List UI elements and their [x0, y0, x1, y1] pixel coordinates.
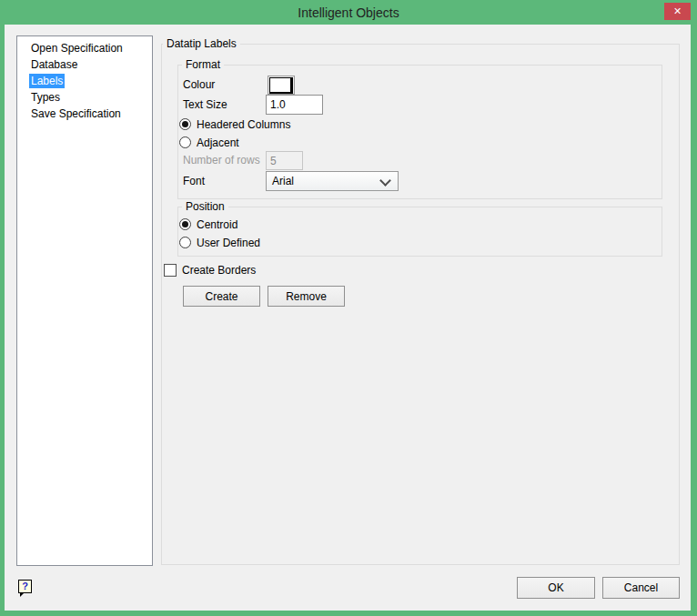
headered-columns-radio[interactable] — [179, 118, 191, 130]
close-button[interactable]: ✕ — [664, 3, 691, 20]
sidebar-item-label: Database — [29, 57, 79, 72]
number-of-rows-label: Number of rows — [183, 154, 260, 167]
user-defined-radio[interactable] — [179, 237, 191, 248]
titlebar[interactable]: Intelligent Objects — [0, 0, 697, 25]
colour-picker-button[interactable] — [268, 76, 295, 95]
datatip-labels-group-title: Datatip Labels — [163, 37, 240, 51]
text-size-label: Text Size — [183, 98, 227, 112]
font-dropdown-value: Arial — [272, 175, 294, 187]
sidebar-item-save-specification[interactable]: Save Specification — [17, 106, 152, 122]
sidebar-item-label: Types — [29, 90, 62, 105]
sidebar-item-label: Labels — [29, 74, 65, 88]
colour-label: Colour — [183, 78, 215, 92]
chevron-down-icon — [379, 175, 391, 187]
headered-columns-label: Headered Columns — [197, 118, 290, 132]
help-icon[interactable]: ? — [18, 580, 32, 593]
sidebar-item-label: Save Specification — [29, 106, 123, 121]
centroid-radio[interactable] — [179, 218, 191, 230]
sidebar-item-open-specification[interactable]: Open Specification — [17, 40, 152, 56]
sidebar-item-database[interactable]: Database — [17, 56, 152, 73]
create-borders-label: Create Borders — [182, 264, 256, 278]
font-dropdown[interactable]: Arial — [266, 171, 399, 191]
window-title: Intelligent Objects — [298, 5, 399, 20]
format-group-title: Format — [182, 58, 224, 72]
create-borders-checkbox[interactable] — [164, 264, 177, 277]
user-defined-label: User Defined — [197, 237, 260, 250]
position-group-title: Position — [182, 200, 228, 214]
ok-button[interactable]: OK — [517, 577, 595, 599]
adjacent-label: Adjacent — [197, 136, 239, 150]
number-of-rows-input — [266, 151, 303, 170]
adjacent-radio[interactable] — [179, 136, 191, 148]
sidebar-item-label: Open Specification — [29, 41, 125, 56]
close-icon: ✕ — [673, 5, 682, 17]
text-size-input[interactable] — [266, 95, 323, 115]
remove-button[interactable]: Remove — [268, 286, 345, 307]
sidebar-item-labels[interactable]: Labels — [17, 73, 152, 89]
cancel-button[interactable]: Cancel — [602, 577, 680, 599]
create-button[interactable]: Create — [183, 286, 260, 307]
font-label: Font — [183, 175, 205, 188]
specification-listbox[interactable]: Open Specification Database Labels Types… — [16, 35, 153, 566]
sidebar-item-types[interactable]: Types — [17, 89, 152, 106]
centroid-label: Centroid — [197, 218, 237, 232]
dialog-window: Intelligent Objects ✕ Open Specification… — [0, 0, 697, 616]
format-group — [177, 65, 662, 199]
colour-swatch — [269, 77, 293, 94]
